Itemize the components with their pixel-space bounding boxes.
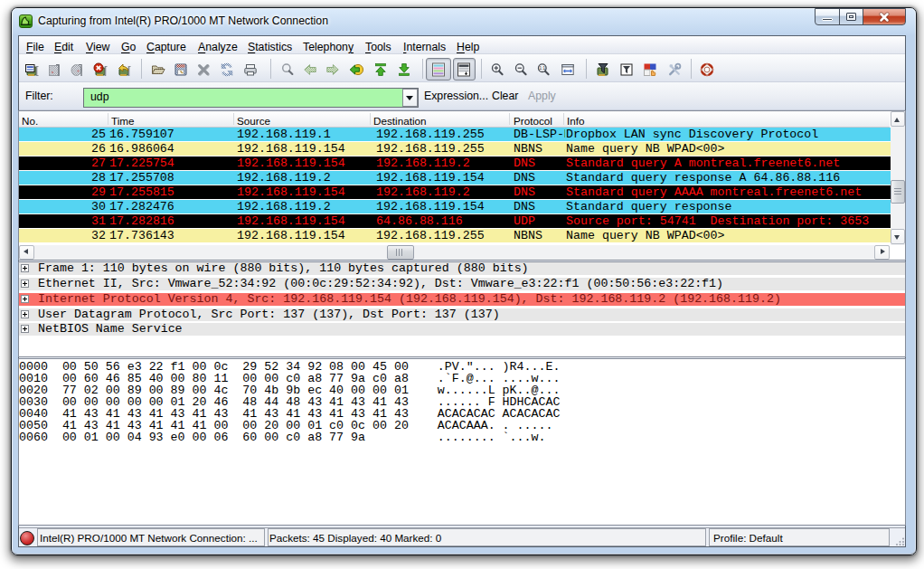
svg-text:1:1: 1:1 <box>540 66 546 71</box>
